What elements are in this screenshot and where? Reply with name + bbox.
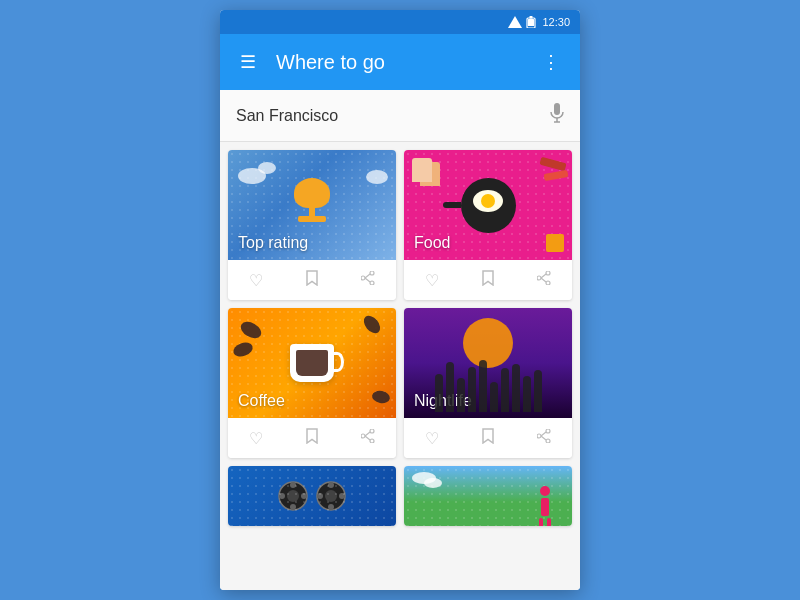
coffee-bookmark[interactable]: [298, 424, 326, 452]
svg-rect-2: [530, 16, 533, 19]
app-bar: ☰ Where to go ⋮: [220, 34, 580, 90]
svg-point-18: [370, 439, 374, 443]
svg-line-20: [365, 432, 370, 436]
card-outdoor[interactable]: [404, 466, 572, 526]
content-area: Top rating ♡: [220, 142, 580, 590]
nightlife-actions: ♡: [404, 418, 572, 458]
card-movies-image: [228, 466, 396, 526]
signal-icon: [508, 16, 522, 28]
food-label: Food: [414, 234, 450, 252]
svg-point-7: [370, 271, 374, 275]
coffee-label: Coffee: [238, 392, 285, 410]
svg-point-14: [537, 276, 541, 280]
food-favorite[interactable]: ♡: [417, 267, 447, 294]
mic-svg: [550, 103, 564, 123]
svg-line-16: [541, 278, 546, 282]
top-rating-share[interactable]: [353, 267, 383, 293]
svg-marker-0: [508, 16, 522, 28]
trophy-icon: [287, 178, 337, 233]
svg-line-25: [541, 432, 546, 436]
card-movies[interactable]: [228, 466, 396, 526]
card-top-rating[interactable]: Top rating ♡: [228, 150, 396, 300]
svg-line-21: [365, 436, 370, 440]
food-actions: ♡: [404, 260, 572, 300]
hamburger-icon[interactable]: ☰: [236, 47, 260, 77]
cards-grid: Top rating ♡: [228, 150, 572, 526]
crowd-decoration: [435, 360, 542, 418]
battery-icon: [526, 16, 536, 28]
share-svg: [361, 271, 375, 285]
svg-point-9: [361, 276, 365, 280]
nightlife-favorite[interactable]: ♡: [417, 425, 447, 452]
top-rating-actions: ♡: [228, 260, 396, 300]
card-food[interactable]: Food ♡: [404, 150, 572, 300]
status-bar: 12:30: [220, 10, 580, 34]
top-rating-bookmark[interactable]: [298, 266, 326, 294]
svg-line-26: [541, 436, 546, 440]
svg-point-8: [370, 281, 374, 285]
svg-rect-4: [554, 103, 560, 115]
svg-line-11: [365, 278, 370, 282]
card-nightlife[interactable]: Nightlife ♡: [404, 308, 572, 458]
card-coffee[interactable]: Coffee ♡: [228, 308, 396, 458]
time-display: 12:30: [542, 16, 570, 28]
more-options-icon[interactable]: ⋮: [538, 47, 564, 77]
svg-point-24: [537, 434, 541, 438]
nightlife-share[interactable]: [529, 425, 559, 451]
coffee-favorite[interactable]: ♡: [241, 425, 271, 452]
mic-icon[interactable]: [550, 103, 564, 128]
svg-rect-3: [528, 19, 534, 26]
page-title: Where to go: [276, 51, 538, 74]
svg-point-19: [361, 434, 365, 438]
card-outdoor-image: [404, 466, 572, 526]
nightlife-bookmark[interactable]: [474, 424, 502, 452]
search-bar: [220, 90, 580, 142]
card-coffee-image: Coffee: [228, 308, 396, 418]
bookmark-svg: [306, 270, 318, 286]
card-food-image: Food: [404, 150, 572, 260]
svg-point-22: [546, 429, 550, 433]
svg-line-10: [365, 274, 370, 278]
status-icons: 12:30: [508, 16, 570, 28]
svg-point-12: [546, 271, 550, 275]
coffee-share[interactable]: [353, 425, 383, 451]
phone-frame: 12:30 ☰ Where to go ⋮: [220, 10, 580, 590]
card-top-rating-image: Top rating: [228, 150, 396, 260]
food-bookmark[interactable]: [474, 266, 502, 294]
card-nightlife-image: Nightlife: [404, 308, 572, 418]
food-share[interactable]: [529, 267, 559, 293]
svg-point-23: [546, 439, 550, 443]
svg-point-17: [370, 429, 374, 433]
coffee-actions: ♡: [228, 418, 396, 458]
svg-line-15: [541, 274, 546, 278]
search-input[interactable]: [236, 107, 550, 125]
top-rating-favorite[interactable]: ♡: [241, 267, 271, 294]
top-rating-label: Top rating: [238, 234, 308, 252]
svg-point-13: [546, 281, 550, 285]
